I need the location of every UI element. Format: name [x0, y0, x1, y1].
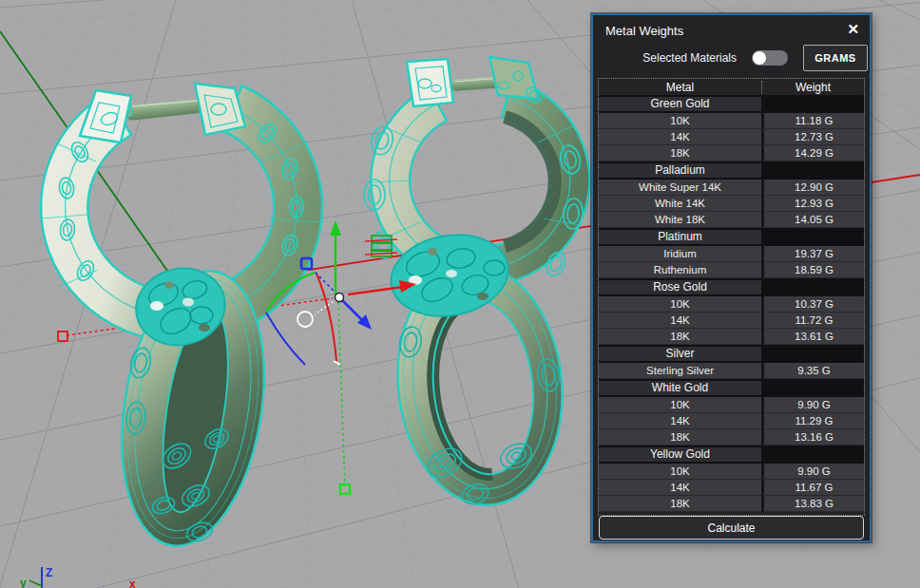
group-header-row: Rose Gold — [599, 278, 864, 296]
table-row: 18K13.61 G — [599, 329, 864, 345]
metal-weights-panel: Metal Weights ✕ Selected Materials GRAMS… — [591, 13, 872, 542]
group-name: Rose Gold — [599, 280, 761, 294]
close-icon[interactable]: ✕ — [847, 21, 859, 38]
weight-cell: 9.90 G — [761, 464, 864, 480]
group-header-row: White Gold — [599, 379, 864, 397]
group-name: Silver — [599, 347, 761, 361]
metal-cell: White 18K — [599, 212, 761, 228]
weight-cell: 14.29 G — [761, 145, 864, 161]
table-row: 10K10.37 G — [599, 296, 864, 313]
y-axis-label: y — [20, 577, 27, 588]
metal-cell: 10K — [599, 397, 761, 413]
group-name: Green Gold — [599, 97, 761, 111]
panel-title: Metal Weights — [605, 24, 683, 38]
table-row: 18K13.83 G — [599, 496, 864, 512]
calculate-button[interactable]: Calculate — [599, 516, 864, 540]
metal-cell: 10K — [599, 464, 761, 480]
clasp-right-end[interactable] — [195, 84, 245, 135]
metal-cell: Iridium — [599, 246, 761, 262]
weight-cell: 18.59 G — [761, 262, 864, 278]
gumball-z-arrow[interactable] — [330, 220, 341, 236]
group-name: Palladium — [599, 163, 761, 178]
x-axis-label: x — [129, 578, 136, 588]
metal-cell: White Super 14K — [599, 180, 761, 196]
table-row: 10K11.18 G — [599, 113, 864, 129]
metal-cell: Ruthenium — [599, 262, 761, 278]
metal-cell: 14K — [599, 313, 761, 329]
weight-cell: 11.67 G — [761, 480, 864, 496]
selected-materials-label: Selected Materials — [642, 51, 737, 65]
table-row: 14K11.72 G — [599, 313, 864, 329]
metal-cell: 18K — [599, 496, 761, 512]
weight-cell: 11.18 G — [761, 113, 864, 129]
metal-cell: 18K — [599, 329, 761, 345]
pin-bar[interactable] — [124, 99, 203, 121]
metal-column-header: Metal — [599, 81, 761, 94]
table-row: White Super 14K12.90 G — [599, 180, 864, 196]
metal-cell: 14K — [599, 413, 761, 429]
metal-cell: 18K — [599, 145, 761, 161]
weights-table: Metal Weight Green Gold10K11.18 G14K12.7… — [598, 78, 865, 516]
metal-cell: 14K — [599, 129, 761, 145]
group-header-row: Green Gold — [599, 95, 864, 113]
weights-table-body: Green Gold10K11.18 G14K12.73 G18K14.29 G… — [599, 95, 864, 512]
weight-cell: 12.90 G — [761, 180, 864, 196]
group-name: Yellow Gold — [599, 447, 761, 462]
table-row: White 14K12.93 G — [599, 196, 864, 212]
metal-cell: 18K — [599, 429, 761, 446]
metal-cell: Sterling Silver — [599, 363, 761, 379]
table-row: 10K9.90 G — [599, 397, 864, 413]
z-axis-label: Z — [46, 566, 52, 579]
weight-cell: 10.37 G — [761, 296, 864, 313]
group-name: White Gold — [599, 381, 761, 395]
gumball-center-handle[interactable] — [335, 294, 344, 302]
weight-cell: 13.83 G — [761, 496, 864, 512]
clasp-left-end[interactable] — [407, 59, 453, 106]
metal-cell: 10K — [599, 113, 761, 129]
weight-cell: 14.05 G — [761, 212, 864, 228]
table-row: 18K14.29 G — [599, 145, 864, 161]
table-row: 18K13.16 G — [599, 429, 864, 446]
weight-cell: 19.37 G — [761, 246, 864, 262]
table-row: 14K12.73 G — [599, 129, 864, 145]
gumball-menu-handle[interactable] — [297, 312, 313, 327]
panel-titlebar[interactable]: Metal Weights ✕ — [593, 15, 870, 44]
table-row: 14K11.29 G — [599, 413, 864, 429]
metal-cell: White 14K — [599, 196, 761, 212]
unit-button[interactable]: GRAMS — [803, 45, 868, 71]
weight-cell: 9.90 G — [761, 397, 864, 413]
selected-materials-toggle[interactable] — [752, 50, 788, 66]
table-row: Ruthenium18.59 G — [599, 262, 864, 278]
toggle-knob — [753, 51, 766, 65]
weight-cell: 13.16 G — [761, 429, 864, 446]
group-header-row: Palladium — [599, 161, 864, 180]
earring-right[interactable] — [364, 57, 589, 513]
weight-cell: 9.35 G — [761, 363, 864, 379]
table-header-row: Metal Weight — [599, 79, 864, 95]
group-header-row: Platinum — [599, 228, 864, 246]
gumball-x-negative-handle[interactable] — [58, 332, 67, 341]
table-row: White 18K14.05 G — [599, 212, 864, 228]
metal-cell: 14K — [599, 480, 761, 496]
table-row: Iridium19.37 G — [599, 246, 864, 262]
weight-column-header: Weight — [761, 81, 864, 94]
controls-row: Selected Materials GRAMS — [593, 44, 870, 78]
y-axis-icon — [29, 580, 42, 586]
weight-cell: 12.93 G — [761, 196, 864, 212]
weight-cell: 13.61 G — [761, 329, 864, 345]
weight-cell: 11.72 G — [761, 313, 864, 329]
table-row: 10K9.90 G — [599, 464, 864, 480]
clasp-left-end[interactable] — [80, 90, 131, 142]
table-row: Sterling Silver9.35 G — [599, 363, 864, 379]
group-header-row: Silver — [599, 345, 864, 363]
table-row: 14K11.67 G — [599, 480, 864, 496]
gumball-rotate-x-arc[interactable] — [316, 274, 336, 361]
weight-cell: 12.73 G — [761, 129, 864, 145]
group-name: Platinum — [599, 230, 761, 244]
metal-cell: 10K — [599, 296, 761, 313]
group-header-row: Yellow Gold — [599, 446, 864, 464]
weight-cell: 11.29 G — [761, 413, 864, 429]
